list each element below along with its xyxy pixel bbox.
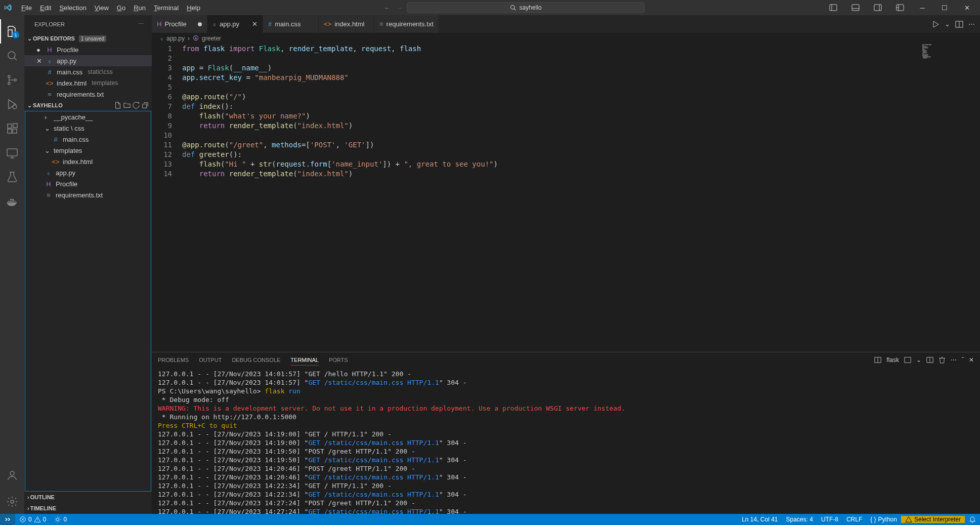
activity-docker-icon[interactable]: [0, 189, 24, 214]
refresh-icon[interactable]: [133, 102, 140, 109]
menu-go[interactable]: Go: [113, 2, 130, 14]
outline-header[interactable]: › OUTLINE: [24, 492, 152, 503]
tab-main-css[interactable]: #main.css: [263, 15, 319, 33]
tab-Procfile[interactable]: HProcfile: [152, 15, 207, 33]
new-file-icon[interactable]: [114, 102, 121, 109]
encoding-status[interactable]: UTF-8: [817, 516, 842, 523]
folder-item[interactable]: ⌄static \ css: [25, 123, 151, 134]
cursor-position[interactable]: Ln 14, Col 41: [738, 516, 782, 523]
tab-index-html[interactable]: <>index.html: [319, 15, 374, 33]
folder-item[interactable]: ›__pycache__: [25, 111, 151, 123]
activity-settings-icon[interactable]: [0, 490, 24, 514]
customize-layout-icon[interactable]: [891, 1, 909, 15]
menu-file[interactable]: File: [17, 2, 36, 14]
eol-status[interactable]: CRLF: [842, 516, 866, 523]
terminal-output[interactable]: 127.0.0.1 - - [27/Nov/2023 14:01:57] "GE…: [152, 368, 980, 514]
menu-edit[interactable]: Edit: [36, 2, 55, 14]
nav-forward-icon[interactable]: →: [396, 4, 403, 12]
minimap[interactable]: ████ ████ █████████ ████████████████████…: [922, 44, 973, 74]
timeline-header[interactable]: › TIMELINE: [24, 503, 152, 514]
file-item[interactable]: #main.css: [25, 134, 151, 145]
file-item[interactable]: HProcfile: [25, 178, 151, 189]
terminal-name[interactable]: flask: [886, 356, 899, 364]
new-terminal-dropdown-icon[interactable]: ⌄: [916, 356, 921, 364]
remote-button[interactable]: [0, 514, 15, 525]
new-folder-icon[interactable]: [123, 102, 131, 109]
menu-help[interactable]: Help: [183, 2, 204, 14]
open-editor-item[interactable]: ✕⬨app.py: [24, 55, 152, 66]
open-editor-item[interactable]: #main.cssstatic\css: [24, 66, 152, 77]
ports-status[interactable]: 0: [50, 514, 71, 525]
folder-item[interactable]: ⌄templates: [25, 145, 151, 156]
file-item[interactable]: ≡requirements.txt: [25, 189, 151, 200]
tab-requirements-txt[interactable]: ≡requirements.txt: [374, 15, 439, 33]
open-editor-item[interactable]: ≡requirements.txt: [24, 89, 152, 100]
activity-account-icon[interactable]: [0, 463, 24, 488]
svg-rect-17: [143, 104, 147, 108]
panel-tab-output[interactable]: OUTPUT: [199, 355, 222, 366]
window-close-icon[interactable]: ✕: [958, 1, 976, 15]
explorer-badge: 1: [12, 31, 19, 38]
svg-rect-3: [874, 5, 881, 11]
window-minimize-icon[interactable]: ─: [913, 1, 931, 15]
run-dropdown-icon[interactable]: ⌄: [945, 20, 950, 28]
file-item[interactable]: <>index.html: [25, 156, 151, 167]
panel-tab-terminal[interactable]: TERMINAL: [290, 355, 319, 366]
indentation-status[interactable]: Spaces: 4: [782, 516, 817, 523]
close-panel-icon[interactable]: ✕: [969, 356, 974, 364]
open-editor-item[interactable]: <>index.htmltemplates: [24, 77, 152, 89]
menubar: FileEditSelectionViewGoRunTerminalHelp: [17, 2, 204, 14]
symbol-method-icon: ⦿: [193, 35, 199, 42]
menu-view[interactable]: View: [91, 2, 113, 14]
new-terminal-icon[interactable]: [904, 356, 911, 364]
split-terminal-icon[interactable]: [926, 356, 933, 364]
panel-tab-problems[interactable]: PROBLEMS: [158, 355, 189, 366]
toggle-panel-right-icon[interactable]: [869, 1, 887, 15]
language-mode[interactable]: { } Python: [866, 516, 901, 523]
menu-selection[interactable]: Selection: [55, 2, 90, 14]
tab-more-icon[interactable]: ⋯: [968, 20, 975, 28]
svg-rect-2: [852, 5, 859, 11]
activity-search-icon[interactable]: [0, 44, 24, 68]
run-icon[interactable]: [931, 20, 940, 28]
kill-terminal-icon[interactable]: [939, 356, 946, 364]
activity-explorer-icon[interactable]: 1: [0, 19, 24, 44]
editor-body[interactable]: 1234567891011121314 from flask import Fl…: [152, 44, 980, 352]
svg-rect-20: [905, 357, 911, 363]
panel-tab-debug-console[interactable]: DEBUG CONSOLE: [232, 355, 280, 366]
svg-rect-13: [13, 124, 17, 128]
notifications-icon[interactable]: [965, 516, 980, 523]
command-center-search[interactable]: sayhello: [407, 2, 645, 13]
toggle-panel-left-icon[interactable]: [824, 1, 842, 15]
panel-more-icon[interactable]: ⋯: [951, 356, 957, 364]
close-tab-icon[interactable]: ✕: [252, 20, 258, 28]
menu-run[interactable]: Run: [130, 2, 150, 14]
collapse-all-icon[interactable]: [142, 102, 149, 109]
css-file-icon: #: [268, 20, 272, 28]
nav-back-icon[interactable]: ←: [384, 4, 390, 12]
open-editor-item[interactable]: ●HProcfile: [24, 44, 152, 55]
activitybar: 1: [0, 15, 24, 514]
activity-testing-icon[interactable]: [0, 165, 24, 189]
activity-scm-icon[interactable]: [0, 68, 24, 92]
folder-header[interactable]: ⌄ SAYHELLO: [24, 100, 152, 111]
maximize-panel-icon[interactable]: ˆ: [962, 356, 964, 364]
select-interpreter-button[interactable]: Select Interpreter: [901, 516, 965, 523]
problems-status[interactable]: 0 0: [15, 514, 50, 525]
menu-terminal[interactable]: Terminal: [150, 2, 183, 14]
window-maximize-icon[interactable]: ☐: [935, 1, 954, 15]
panel-tab-ports[interactable]: PORTS: [329, 355, 348, 366]
split-editor-icon[interactable]: [955, 20, 963, 28]
explorer-more-icon[interactable]: ⋯: [138, 21, 144, 27]
statusbar: 0 0 0 Ln 14, Col 41 Spaces: 4 UTF-8 CRLF…: [0, 514, 980, 525]
breadcrumb[interactable]: ⬨ app.py › ⦿ greeter: [152, 33, 980, 44]
toggle-panel-bottom-icon[interactable]: [846, 1, 865, 15]
file-item[interactable]: ⬨app.py: [25, 167, 151, 178]
activity-debug-icon[interactable]: [0, 92, 24, 116]
terminal-profile-icon[interactable]: [874, 356, 881, 364]
tab-app-py[interactable]: ⬨app.py✕: [207, 15, 263, 33]
activity-remote-icon[interactable]: [0, 141, 24, 165]
activity-extensions-icon[interactable]: [0, 116, 24, 141]
svg-rect-11: [8, 129, 12, 133]
open-editors-header[interactable]: ⌄ OPEN EDITORS 1 unsaved: [24, 33, 152, 44]
